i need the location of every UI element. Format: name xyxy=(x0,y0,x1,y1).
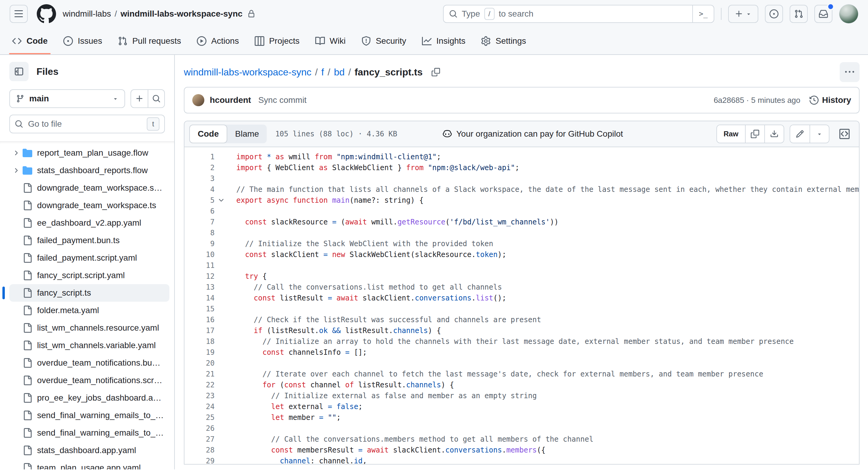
commit-author-avatar[interactable] xyxy=(192,94,204,106)
copy-file-button[interactable] xyxy=(745,125,764,143)
commit-sha-time[interactable]: 6a28685 · 5 minutes ago xyxy=(714,96,801,105)
more-options-button[interactable] xyxy=(840,62,860,82)
tree-item-file[interactable]: list_wm_channels.variable.yaml xyxy=(9,337,169,354)
line-number[interactable]: 21 xyxy=(184,369,215,380)
symbols-panel-button[interactable] xyxy=(835,125,854,143)
search-tree-button[interactable] xyxy=(148,90,164,108)
repo-link[interactable]: windmill-labs-workspace-sync xyxy=(121,9,243,19)
tab-issues[interactable]: Issues xyxy=(63,28,102,54)
tab-insights[interactable]: Insights xyxy=(422,28,466,54)
tree-item-file[interactable]: pro_ee_key_jobs_dashboard.a… xyxy=(9,389,169,407)
line-number[interactable]: 23 xyxy=(184,390,215,401)
tree-item-file[interactable]: failed_payment.script.yaml xyxy=(9,249,169,267)
commit-author[interactable]: hcourdent xyxy=(210,95,251,105)
tree-item-file[interactable]: overdue_team_notifications.bu… xyxy=(9,354,169,372)
tree-item-file[interactable]: team_plan_usage.app.yaml xyxy=(9,459,169,469)
create-new-button[interactable] xyxy=(728,5,758,23)
tab-code[interactable]: Code xyxy=(12,28,48,54)
search-input[interactable]: Type / to search >_ xyxy=(443,5,714,23)
tree-item-file[interactable]: folder.meta.yaml xyxy=(9,302,169,319)
github-logo[interactable] xyxy=(37,4,56,24)
line-number[interactable]: 11 xyxy=(184,260,215,271)
line-number[interactable]: 3 xyxy=(184,173,215,184)
tree-item-file[interactable]: stats_dashboard.app.yaml xyxy=(9,442,169,459)
tree-item-file[interactable]: failed_payment.bun.ts xyxy=(9,232,169,249)
download-button[interactable] xyxy=(764,125,784,143)
edit-dropdown-button[interactable] xyxy=(809,125,829,143)
go-to-file-input[interactable]: Go to file t xyxy=(9,115,165,133)
line-number[interactable]: 24 xyxy=(184,401,215,412)
tab-security[interactable]: Security xyxy=(361,28,406,54)
tree-item-file[interactable]: send_final_warning_emails_to_… xyxy=(9,424,169,442)
tree-item-file[interactable]: fancy_script.ts xyxy=(9,284,169,302)
tab-pull-requests[interactable]: Pull requests xyxy=(118,28,181,54)
line-number[interactable]: 18 xyxy=(184,336,215,347)
fold-chevron-icon[interactable] xyxy=(215,195,228,206)
line-number[interactable]: 8 xyxy=(184,228,215,238)
code-view-tab[interactable]: Code xyxy=(189,125,227,143)
line-number[interactable]: 26 xyxy=(184,423,215,434)
tree-item-file[interactable]: overdue_team_notifications.scr… xyxy=(9,372,169,389)
breadcrumb-repo-link[interactable]: windmill-labs-workspace-sync xyxy=(184,67,311,78)
raw-button[interactable]: Raw xyxy=(717,125,745,143)
command-palette-icon[interactable]: >_ xyxy=(692,5,714,22)
tree-item-file[interactable]: send_final_warning_emails_to_… xyxy=(9,407,169,424)
line-number[interactable]: 9 xyxy=(184,238,215,249)
pull-requests-button[interactable] xyxy=(789,5,808,23)
tree-item-file[interactable]: list_wm_channels.resource.yaml xyxy=(9,319,169,337)
tab-wiki[interactable]: Wiki xyxy=(315,28,346,54)
line-number[interactable]: 28 xyxy=(184,445,215,456)
copy-path-button[interactable] xyxy=(432,68,440,76)
code-line: 19 const channelsInfo = []; xyxy=(184,347,859,358)
line-number[interactable]: 20 xyxy=(184,358,215,369)
breadcrumb-folder-link[interactable]: bd xyxy=(334,67,345,78)
issues-button[interactable] xyxy=(765,5,783,23)
search-icon xyxy=(449,10,458,18)
new-file-button[interactable] xyxy=(131,90,148,108)
line-number[interactable]: 19 xyxy=(184,347,215,358)
line-number[interactable]: 27 xyxy=(184,434,215,445)
tree-item-file[interactable]: fancy_script.script.yaml xyxy=(9,267,169,284)
hamburger-menu-button[interactable] xyxy=(10,5,28,23)
inbox-button[interactable] xyxy=(814,5,832,23)
history-button[interactable]: History xyxy=(809,95,851,105)
line-number[interactable]: 16 xyxy=(184,314,215,325)
tree-item-folder[interactable]: report_team_plan_usage.flow xyxy=(9,144,169,162)
line-number[interactable]: 1 xyxy=(184,151,215,162)
line-number[interactable]: 14 xyxy=(184,293,215,303)
commit-message[interactable]: Sync commit xyxy=(258,95,307,105)
branch-selector[interactable]: main xyxy=(9,89,125,108)
tab-settings[interactable]: Settings xyxy=(481,28,526,54)
tree-item-folder[interactable]: stats_dashboard_reports.flow xyxy=(9,162,169,179)
copilot-banner[interactable]: Your organization can pay for GitHub Cop… xyxy=(442,129,623,139)
graph-icon xyxy=(422,36,432,46)
tree-item-file[interactable]: ee_dashboard_v2.app.yaml xyxy=(9,214,169,232)
line-number[interactable]: 17 xyxy=(184,325,215,336)
breadcrumb-folder-link[interactable]: f xyxy=(321,67,324,78)
go-to-file-placeholder: Go to file xyxy=(28,119,62,129)
line-number[interactable]: 29 xyxy=(184,456,215,465)
line-number[interactable]: 12 xyxy=(184,271,215,282)
line-number[interactable]: 6 xyxy=(184,206,215,216)
tab-projects[interactable]: Projects xyxy=(255,28,300,54)
line-number[interactable]: 15 xyxy=(184,303,215,314)
line-number[interactable]: 4 xyxy=(184,184,215,195)
blame-view-tab[interactable]: Blame xyxy=(227,125,267,143)
user-avatar[interactable] xyxy=(839,4,858,24)
branch-name: main xyxy=(29,94,49,104)
collapse-sidebar-button[interactable] xyxy=(9,62,29,81)
org-link[interactable]: windmill-labs xyxy=(63,9,111,19)
tab-actions[interactable]: Actions xyxy=(197,28,239,54)
pencil-icon xyxy=(796,130,804,138)
tree-item-file[interactable]: downgrade_team_workspace.ts xyxy=(9,197,169,214)
line-number[interactable]: 25 xyxy=(184,412,215,423)
line-number[interactable]: 13 xyxy=(184,282,215,293)
fold-gutter xyxy=(215,401,228,412)
tree-item-file[interactable]: downgrade_team_workspace.s… xyxy=(9,179,169,197)
line-number[interactable]: 22 xyxy=(184,380,215,390)
line-number[interactable]: 10 xyxy=(184,249,215,260)
line-number[interactable]: 2 xyxy=(184,162,215,173)
edit-file-button[interactable] xyxy=(790,125,809,143)
line-number[interactable]: 5 xyxy=(184,195,215,206)
line-number[interactable]: 7 xyxy=(184,216,215,228)
